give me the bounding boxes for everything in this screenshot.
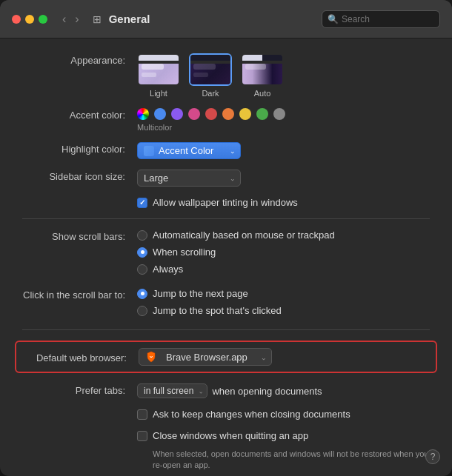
scroll-always-row: Always [137,264,183,275]
close-windows-content: Close windows when quitting an app When … [137,430,430,470]
prefer-tabs-row: Prefer tabs: in full screen when opening… [22,383,430,398]
accent-color-label: Accent color: [22,108,137,121]
close-button[interactable] [12,15,21,24]
close-windows-checkbox[interactable] [137,431,147,441]
ask-keep-checkbox[interactable] [137,409,147,420]
wallpaper-tinting-checkbox-row: ✓ Allow wallpaper tinting in windows [137,197,298,208]
wallpaper-tinting-checkbox[interactable]: ✓ [137,198,147,208]
highlight-color-row: Highlight color: Accent Color [22,142,430,159]
thumb-light-desktop [139,64,179,86]
sidebar-icon-label: Sidebar icon size: [22,170,137,182]
color-dot-orange[interactable] [222,108,234,120]
sidebar-icon-row: Sidebar icon size: Large [22,170,430,187]
click-scroll-content: Jump to the next page Jump to the spot t… [137,288,430,319]
default-browser-label: Default web browser: [24,351,139,363]
close-windows-note-text: When selected, open documents and window… [153,449,428,469]
wallpaper-tinting-row: ✓ Allow wallpaper tinting in windows [22,197,430,208]
maximize-button[interactable] [39,15,47,24]
close-windows-checkbox-row: Close windows when quitting an app [137,430,308,441]
scroll-scrolling-radio[interactable] [137,247,147,258]
appearance-label: Appearance: [22,53,137,66]
forward-button[interactable]: › [72,11,82,27]
highlight-swatch [144,146,154,156]
appearance-row: Appearance: [22,53,430,98]
default-browser-row: Default web browser: Brave Browser.app [15,341,437,373]
appearance-light[interactable]: Light [137,53,180,98]
default-browser-content: Brave Browser.app [139,348,428,366]
appearance-auto-label: Auto [254,89,271,98]
ask-keep-checkbox-row: Ask to keep changes when closing documen… [137,409,350,420]
appearance-options: Light Dark [137,53,430,98]
accent-colors: Multicolor [137,108,285,132]
highlight-color-content: Accent Color [137,142,430,159]
color-dot-graphite[interactable] [273,108,285,120]
scroll-auto-label: Automatically based on mouse or trackpad [153,229,335,241]
ask-keep-content: Ask to keep changes when closing documen… [137,409,430,420]
prefer-tabs-suffix: when opening documents [212,386,322,397]
appearance-auto-thumb [241,53,284,86]
highlight-color-value: Accent Color [159,145,213,156]
accent-color-content: Multicolor [137,108,430,132]
prefer-tabs-value: in full screen [144,386,193,396]
appearance-dark-label: Dark [202,89,219,98]
show-scroll-bars-label: Show scroll bars: [22,229,137,242]
minimize-button[interactable] [25,15,34,24]
accent-sublabel: Multicolor [137,123,285,132]
appearance-light-label: Light [150,89,167,98]
titlebar: ‹ › ⊞ General 🔍 [0,0,452,38]
wallpaper-tinting-spacer [22,197,137,198]
checkbox-check-icon: ✓ [139,198,145,207]
help-label: ? [431,452,436,462]
nav-buttons: ‹ › [59,11,82,27]
back-button[interactable]: ‹ [59,11,69,27]
highlight-color-dropdown[interactable]: Accent Color [137,142,241,159]
traffic-lights [12,15,47,24]
divider-1 [22,218,430,219]
sidebar-icon-value: Large [144,172,168,184]
search-input[interactable] [322,10,440,28]
ask-keep-row: Ask to keep changes when closing documen… [22,409,430,420]
color-dot-green[interactable] [256,108,268,120]
scroll-auto-row: Automatically based on mouse or trackpad [137,229,335,241]
scroll-always-radio[interactable] [137,264,147,275]
click-jump-spot-label: Jump to the spot that's clicked [153,305,282,316]
color-dot-red[interactable] [205,108,217,120]
ask-keep-spacer [22,409,137,410]
color-dot-yellow[interactable] [239,108,251,120]
color-dot-purple[interactable] [171,108,183,120]
scroll-always-label: Always [153,264,183,275]
thumb-dark-inner [190,55,230,84]
appearance-dark[interactable]: Dark [189,53,232,98]
color-dots [137,108,285,120]
thumb-auto-inner [242,55,282,84]
thumb-light-inner [139,55,179,84]
color-dot-pink[interactable] [188,108,200,120]
prefer-tabs-label: Prefer tabs: [22,383,137,396]
thumb-auto-desktop [242,64,282,86]
scroll-auto-radio[interactable] [137,230,147,241]
thumb-auto-menubar [242,55,282,61]
click-jump-spot-radio[interactable] [137,306,147,316]
appearance-auto[interactable]: Auto [241,53,284,98]
close-windows-row: Close windows when quitting an app When … [22,430,430,470]
sidebar-icon-dropdown[interactable]: Large [137,170,241,187]
wallpaper-tinting-content: ✓ Allow wallpaper tinting in windows [137,197,430,208]
divider-2 [22,329,430,330]
radio-dot-2 [141,292,144,295]
ask-keep-label: Ask to keep changes when closing documen… [153,409,350,420]
color-dot-blue[interactable] [154,108,166,120]
click-jump-next-radio[interactable] [137,289,147,299]
accent-color-row: Accent color: Multicolor [22,108,430,132]
prefer-tabs-dropdown[interactable]: in full screen [137,383,207,398]
click-jump-next-label: Jump to the next page [153,288,248,299]
help-button[interactable]: ? [425,449,440,464]
multicolor-dot[interactable] [137,108,149,120]
thumb-dark-desktop [190,64,230,86]
thumb-dark-menubar [190,55,230,61]
click-scroll-label: Click in the scroll bar to: [22,288,137,301]
content: Appearance: [0,38,452,476]
search-icon: 🔍 [328,14,339,24]
default-browser-value: Brave Browser.app [166,352,247,363]
close-windows-note: When selected, open documents and window… [153,448,430,470]
default-browser-dropdown[interactable]: Brave Browser.app [139,348,272,366]
